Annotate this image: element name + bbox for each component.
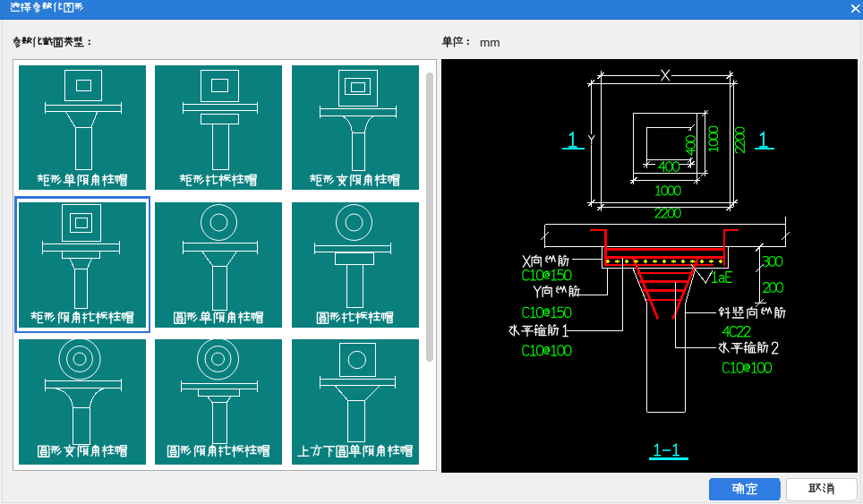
svg-text:mm: mm bbox=[480, 36, 500, 49]
